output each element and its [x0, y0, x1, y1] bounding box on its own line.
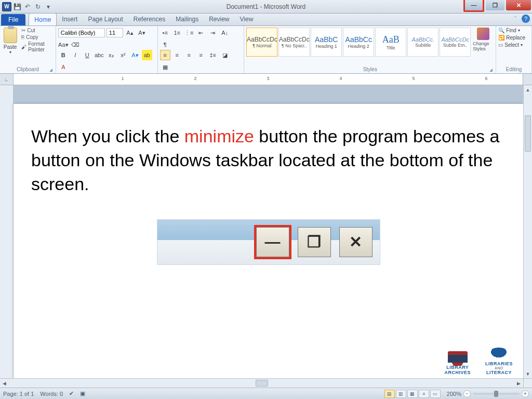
- cut-label: Cut: [27, 28, 35, 33]
- underline-button[interactable]: U: [82, 50, 92, 60]
- file-tab[interactable]: File: [1, 14, 25, 25]
- status-page[interactable]: Page: 1 of 1: [3, 391, 34, 397]
- tab-references[interactable]: References: [128, 13, 170, 25]
- bullets-button[interactable]: •≡: [160, 28, 170, 38]
- find-button[interactable]: 🔍Find ▾: [498, 28, 520, 33]
- print-layout-view-button[interactable]: ▤: [384, 390, 395, 398]
- paste-icon: [4, 28, 17, 43]
- justify-button[interactable]: ≡: [196, 50, 206, 60]
- document-body[interactable]: When you click the minimize button the p…: [14, 104, 523, 207]
- styles-gallery[interactable]: AaBbCcDc¶ NormalAaBbCcDc¶ No Spaci..AaBb…: [246, 28, 471, 57]
- highlight-button[interactable]: ab: [142, 50, 152, 60]
- copy-button[interactable]: ⎘Copy: [21, 34, 54, 40]
- scroll-left-icon[interactable]: ◀: [0, 379, 9, 388]
- borders-button[interactable]: ▦: [160, 62, 170, 72]
- tab-page-layout[interactable]: Page Layout: [83, 13, 128, 25]
- style-card[interactable]: AaBbCHeading 1: [311, 28, 342, 57]
- tab-home[interactable]: Home: [29, 13, 57, 25]
- page[interactable]: When you click the minimize button the p…: [14, 104, 523, 379]
- change-case-button[interactable]: Aa▾: [58, 39, 69, 50]
- style-card[interactable]: AaBTitle: [375, 28, 406, 57]
- logo-text: LITERACY: [486, 370, 512, 375]
- scroll-thumb[interactable]: [256, 380, 268, 387]
- numbering-button[interactable]: 1≡: [172, 28, 182, 38]
- show-marks-button[interactable]: ¶: [160, 39, 170, 50]
- bold-button[interactable]: B: [58, 50, 69, 60]
- view-buttons: ▤ ▥ ▦ ≡ ▭: [384, 390, 441, 398]
- font-size-select[interactable]: [107, 28, 123, 37]
- illust-minimize-icon: —: [256, 227, 289, 257]
- replace-button[interactable]: 🔁Replace: [498, 35, 525, 41]
- full-screen-view-button[interactable]: ▥: [396, 390, 406, 398]
- zoom-in-button[interactable]: +: [522, 390, 529, 397]
- close-button[interactable]: ✕: [506, 0, 531, 10]
- zoom-level[interactable]: 200%: [447, 391, 461, 397]
- cut-button[interactable]: ✂Cut: [21, 28, 54, 33]
- vertical-scrollbar[interactable]: ▲ ▼: [523, 85, 532, 378]
- style-name: Subtitle: [415, 43, 431, 48]
- font-name-select[interactable]: [58, 28, 105, 37]
- style-card[interactable]: AaBbCcDc¶ Normal: [246, 28, 277, 57]
- zoom-slider[interactable]: [473, 393, 520, 395]
- web-view-button[interactable]: ▦: [407, 390, 418, 398]
- superscript-button[interactable]: x²: [118, 50, 128, 60]
- horizontal-scrollbar[interactable]: ◀ ▶: [0, 378, 523, 388]
- draft-view-button[interactable]: ▭: [430, 390, 441, 398]
- font-color-button[interactable]: A: [58, 62, 69, 72]
- scroll-right-icon[interactable]: ▶: [514, 379, 523, 388]
- decrease-indent-button[interactable]: ⇤: [196, 28, 206, 38]
- align-right-button[interactable]: ≡: [184, 50, 194, 60]
- dialog-launcher-icon[interactable]: ◢: [49, 68, 52, 72]
- redo-icon[interactable]: ↻: [33, 2, 43, 11]
- sort-button[interactable]: A↓: [220, 28, 230, 38]
- scroll-up-icon[interactable]: ▲: [524, 85, 532, 94]
- horizontal-ruler[interactable]: ∟ 123456: [0, 74, 532, 85]
- macro-icon[interactable]: ▣: [80, 390, 85, 397]
- line-spacing-button[interactable]: ‡≡: [208, 50, 218, 60]
- tab-view[interactable]: View: [235, 13, 259, 25]
- maximize-button[interactable]: ❐: [486, 0, 504, 10]
- tab-selector[interactable]: ∟: [0, 74, 14, 85]
- tab-insert[interactable]: Insert: [57, 13, 83, 25]
- paste-button[interactable]: Paste ▾: [2, 28, 18, 61]
- text-effects-button[interactable]: A▾: [130, 50, 140, 60]
- multilevel-button[interactable]: ⋮≡: [184, 28, 194, 38]
- scroll-thumb[interactable]: [525, 115, 531, 152]
- paste-label: Paste: [4, 44, 17, 50]
- dialog-launcher-icon[interactable]: ◢: [489, 68, 493, 72]
- subscript-button[interactable]: x₂: [106, 50, 116, 60]
- style-card[interactable]: AaBbCc.Subtitle: [407, 28, 438, 57]
- align-left-button[interactable]: ≡: [160, 50, 170, 60]
- shading-button[interactable]: ◪: [220, 50, 230, 60]
- strikethrough-button[interactable]: abc: [94, 50, 104, 60]
- proofing-icon[interactable]: ✔: [69, 390, 74, 397]
- word-app-icon[interactable]: W: [2, 2, 11, 11]
- qat-customize-icon[interactable]: ▾: [44, 2, 53, 11]
- clear-format-button[interactable]: ⌫: [70, 39, 81, 50]
- scroll-down-icon[interactable]: ▼: [524, 369, 532, 378]
- shrink-font-button[interactable]: A▾: [137, 28, 147, 38]
- style-card[interactable]: AaBbCcDcSubtle Em..: [440, 28, 471, 57]
- format-painter-button[interactable]: 🖌Format Painter: [21, 41, 54, 52]
- align-center-button[interactable]: ≡: [172, 50, 182, 60]
- vertical-ruler[interactable]: [0, 85, 14, 378]
- tab-mailings[interactable]: Mailings: [170, 13, 204, 25]
- grow-font-button[interactable]: A▴: [125, 28, 135, 38]
- outline-view-button[interactable]: ≡: [419, 390, 429, 398]
- help-icon[interactable]: ?: [522, 15, 530, 23]
- select-button[interactable]: ▭Select ▾: [498, 42, 523, 48]
- italic-button[interactable]: I: [70, 50, 81, 60]
- style-card[interactable]: AaBbCcDc¶ No Spaci..: [278, 28, 310, 57]
- ruler-toggle[interactable]: [523, 74, 532, 85]
- increase-indent-button[interactable]: ⇥: [208, 28, 218, 38]
- style-card[interactable]: AaBbCcHeading 2: [343, 28, 374, 57]
- undo-icon[interactable]: ↶: [23, 2, 32, 11]
- save-icon[interactable]: 💾: [12, 2, 22, 11]
- minimize-button[interactable]: —: [463, 0, 484, 12]
- status-words[interactable]: Words: 0: [40, 391, 63, 397]
- tab-review[interactable]: Review: [204, 13, 234, 25]
- change-styles-button[interactable]: Change Styles: [473, 28, 494, 61]
- zoom-out-button[interactable]: −: [463, 390, 471, 397]
- window-controls: — ❐ ✕: [463, 0, 531, 11]
- ribbon-minimize-icon[interactable]: ˇ: [511, 15, 520, 23]
